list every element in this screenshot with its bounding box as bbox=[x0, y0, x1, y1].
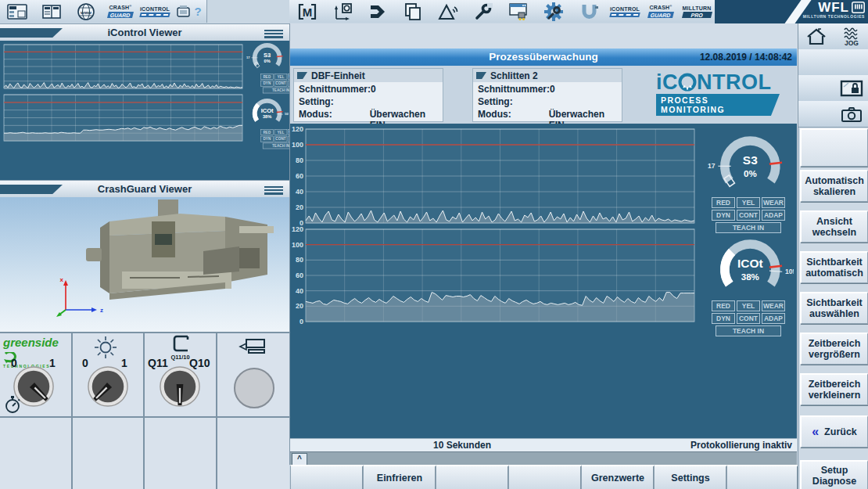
back-button[interactable]: « Zurück bbox=[800, 415, 868, 448]
sidebar-cell-empty bbox=[834, 49, 868, 76]
chart-status-bar: 10 Sekunden Protokollierung inaktiv bbox=[290, 438, 797, 452]
gauge-marker-label: 105 bbox=[285, 112, 289, 116]
gauge-button-dyn[interactable]: DYN bbox=[260, 136, 274, 142]
softkey-3[interactable] bbox=[436, 465, 509, 489]
gauge-icot[interactable]: 105ICOt38%REDYELWEARDYNCONTADAPTEACH IN bbox=[702, 236, 794, 336]
gauge-button-teach-in[interactable]: TEACH IN bbox=[716, 325, 782, 336]
coordinate-axes-icon: x z bbox=[55, 275, 117, 318]
work-light-icon bbox=[93, 335, 118, 360]
gauge-button-cont[interactable]: CONT bbox=[737, 313, 760, 324]
gauge-button-yel[interactable]: YEL bbox=[737, 197, 760, 208]
gauge-value: 38% bbox=[263, 114, 271, 119]
sidebar-button-zoom-time-out[interactable]: Zeitbereich verkleinern bbox=[800, 373, 868, 405]
icontrol-brand-button[interactable]: iCONTROL bbox=[607, 0, 644, 23]
measure-probe-icon bbox=[332, 2, 353, 21]
tool-management-button[interactable] bbox=[360, 0, 396, 23]
gauge-button-red[interactable]: RED bbox=[712, 300, 735, 311]
measuring-button[interactable] bbox=[325, 0, 360, 23]
gauge-button-adap[interactable]: ADAP bbox=[762, 313, 785, 324]
setup-diagnose-button[interactable]: Setup Diagnose bbox=[800, 460, 868, 489]
gauge-button-red[interactable]: RED bbox=[260, 74, 274, 80]
gauge-button-adap[interactable]: ADAP bbox=[762, 210, 785, 221]
crashguard-brand-logo: CRASH® GUARD bbox=[648, 5, 673, 17]
sidebar-button-blank[interactable] bbox=[800, 128, 868, 167]
chart-canvas bbox=[2, 92, 244, 143]
crashguard-app-button[interactable]: CRASH® GUARD bbox=[103, 0, 138, 23]
sidebar-button-change-view[interactable]: Ansicht wechseln bbox=[800, 210, 868, 243]
crashguard-3d-view[interactable]: x z bbox=[0, 197, 289, 332]
brand-bar: WFL MILLTURN TECHNOLOGIES bbox=[715, 0, 868, 23]
menu-icon[interactable] bbox=[264, 185, 283, 196]
softkey-4[interactable] bbox=[508, 465, 582, 489]
screen-lock-button[interactable] bbox=[834, 75, 868, 102]
millturn-pro-button[interactable]: MILLTURN PRO bbox=[679, 0, 716, 23]
sidebar-button-visibility-select[interactable]: Sichtbarkeit auswählen bbox=[800, 292, 868, 324]
crashguard-brand-button[interactable]: CRASH® GUARD bbox=[643, 0, 680, 23]
split-view-button[interactable] bbox=[34, 0, 70, 23]
viewer-chart-1[interactable] bbox=[2, 42, 244, 91]
rotary-switch-clamp[interactable] bbox=[159, 365, 201, 408]
control-panel-help-button[interactable]: ? bbox=[172, 0, 207, 23]
menu-icon[interactable] bbox=[264, 28, 283, 39]
process-chart-1[interactable]: 020406080100120 bbox=[290, 127, 696, 225]
viewer-chart-2[interactable] bbox=[2, 92, 244, 143]
gauge-s3[interactable]: 17S30%REDYELWEARDYNCONTADAPTEACH IN bbox=[702, 133, 794, 233]
gauge-button-red[interactable]: RED bbox=[260, 129, 274, 135]
gauge-button-cont[interactable]: CONT bbox=[274, 81, 288, 87]
gauge-button-wear[interactable]: WEAR bbox=[762, 197, 785, 208]
icontrol-app-button[interactable]: iCONTROL bbox=[138, 0, 173, 23]
screen-layout-button[interactable] bbox=[0, 0, 35, 23]
softkey-1[interactable] bbox=[290, 465, 364, 489]
gauge-button-wear[interactable]: WEAR bbox=[762, 300, 785, 311]
home-button[interactable] bbox=[798, 23, 834, 50]
softkey-einfrieren[interactable]: Einfrieren bbox=[363, 465, 436, 489]
jog-icon: JOG bbox=[841, 27, 862, 47]
viewer-gauge-icot[interactable]: 105ICOt38%REDYELWEARDYNCONTADAPTEACH IN bbox=[244, 97, 289, 165]
tailstock-button[interactable] bbox=[234, 368, 274, 408]
gauge-button-cont[interactable]: CONT bbox=[274, 136, 288, 142]
gauge-button-cont[interactable]: CONT bbox=[737, 210, 760, 221]
screen-layout-icon bbox=[7, 4, 27, 20]
gauge-button-red[interactable]: RED bbox=[712, 197, 735, 208]
unit-name: Schlitten 2 bbox=[490, 70, 538, 81]
program-copy-button[interactable] bbox=[395, 0, 431, 23]
gauge-button-dyn[interactable]: DYN bbox=[712, 313, 735, 324]
softkey-settings[interactable]: Settings bbox=[654, 465, 727, 489]
softkey-7[interactable] bbox=[726, 465, 798, 489]
collapse-bar: ^ bbox=[290, 451, 797, 466]
alarm-button[interactable] bbox=[430, 0, 466, 23]
unit-panel-dbf: DBF-Einheit Schnittnummer:0 Setting: Mod… bbox=[293, 68, 443, 122]
process-chart-2[interactable]: 020406080100120 bbox=[290, 227, 696, 324]
web-browser-button[interactable]: www bbox=[69, 0, 104, 23]
y-tick-label: 0 bbox=[299, 318, 303, 324]
rotary-switch-light[interactable] bbox=[87, 365, 129, 408]
gauge-button-dyn[interactable]: DYN bbox=[260, 81, 274, 87]
sidebar-button-autoscale[interactable]: Automatisch skalieren bbox=[800, 170, 868, 202]
setup-window-button[interactable] bbox=[500, 0, 536, 23]
gauge-button-yel[interactable]: YEL bbox=[274, 129, 288, 135]
datetime: 12.08.2019 / 14:08:42 bbox=[700, 52, 792, 63]
gauge-button-yel[interactable]: YEL bbox=[737, 300, 760, 311]
gauge-button-dyn[interactable]: DYN bbox=[712, 210, 735, 221]
switch-cell-tailstock bbox=[217, 332, 289, 416]
machine-functions-button[interactable]: M bbox=[289, 0, 325, 23]
clamp-measure-button[interactable] bbox=[571, 0, 608, 23]
gauge-marker-label: 105 bbox=[785, 268, 794, 275]
web-globe-icon: www bbox=[77, 2, 95, 21]
system-settings-button[interactable] bbox=[536, 0, 572, 23]
alarm-triangle-icon bbox=[437, 2, 459, 21]
gauge-dial: 105ICOt38% bbox=[244, 97, 289, 126]
gauge-button-teach-in[interactable]: TEACH IN bbox=[716, 222, 782, 233]
gauge-button-yel[interactable]: YEL bbox=[274, 74, 288, 80]
svg-text:z: z bbox=[100, 307, 103, 314]
gauge-limit-tick bbox=[277, 112, 283, 113]
sidebar-button-zoom-time-in[interactable]: Zeitbereich vergrößern bbox=[800, 333, 868, 365]
collapse-button[interactable]: ^ bbox=[292, 453, 307, 466]
softkey-grenzwerte[interactable]: Grenzwerte bbox=[581, 465, 655, 489]
jog-button[interactable]: JOG bbox=[834, 23, 868, 50]
service-button[interactable] bbox=[465, 0, 501, 23]
back-chevrons-icon: « bbox=[812, 425, 819, 439]
unit-strip: DBF-Einheit Schnittnummer:0 Setting: Mod… bbox=[290, 66, 797, 124]
screenshot-button[interactable] bbox=[834, 101, 868, 128]
sidebar-button-visibility-auto[interactable]: Sichtbarkeit automatisch bbox=[800, 251, 868, 283]
